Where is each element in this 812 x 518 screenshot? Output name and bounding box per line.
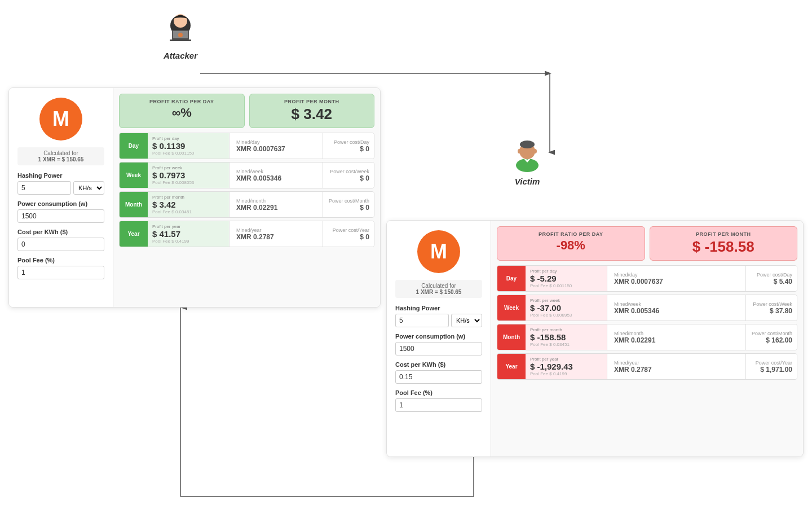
profit-label-Month: Profit per month	[530, 327, 602, 332]
attacker-unit-select[interactable]: KH/s	[73, 181, 104, 195]
profit-value-Year: $ 41.57	[152, 229, 224, 239]
monero-logo-victim: M	[416, 229, 461, 274]
pool-fee-Day: Pool Fee $ 0.001150	[530, 283, 602, 288]
victim-result-rows: Day Profit per day $ -5.29 Pool Fee $ 0.…	[497, 265, 797, 380]
profit-value-Day: $ -5.29	[530, 274, 602, 283]
victim-cost-kwh-input[interactable]	[395, 370, 482, 384]
attacker-cost-kwh-label: Cost per KWh ($)	[17, 229, 104, 235]
result-row-week: Week Profit per week $ 0.7973 Pool Fee $…	[119, 162, 374, 188]
row-power-day: Power cost/Day $ 0	[323, 133, 374, 159]
profit-label-Week: Profit per week	[152, 165, 224, 170]
row-profit-month: Profit per month $ 3.42 Pool Fee $ 0.034…	[148, 192, 230, 217]
row-tag-day: Day	[497, 266, 526, 291]
attacker-calc-for: Calculated for 1 XMR = $ 150.65	[17, 147, 104, 165]
row-power-year: Power cost/Year $ 1,971.00	[746, 354, 797, 379]
profit-value-Week: $ -37.00	[530, 303, 602, 313]
pool-fee-Year: Pool Fee $ 0.4199	[530, 371, 602, 376]
victim-power-consumption-input[interactable]	[395, 342, 482, 355]
result-row-year: Year Profit per year $ -1,929.43 Pool Fe…	[497, 353, 797, 380]
profit-label-Month: Profit per month	[152, 195, 224, 200]
profit-value-Month: $ -158.58	[530, 332, 602, 342]
victim-calc-for: Calculated for 1 XMR = $ 150.65	[395, 280, 482, 298]
profit-value-Year: $ -1,929.43	[530, 362, 602, 371]
attacker-person: Attacker	[161, 8, 200, 60]
result-row-day: Day Profit per day $ -5.29 Pool Fee $ 0.…	[497, 265, 797, 292]
attacker-profit-month-box: PROFIT PER MONTH $ 3.42	[249, 94, 375, 128]
attacker-calc-left: M Calculated for 1 XMR = $ 150.65 Hashin…	[9, 88, 113, 307]
attacker-hashing-power-label: Hashing Power	[17, 172, 104, 179]
svg-text:M: M	[52, 107, 69, 130]
result-row-year: Year Profit per year $ 41.57 Pool Fee $ …	[119, 221, 374, 247]
svg-point-14	[520, 141, 535, 148]
attacker-calc-card: M Calculated for 1 XMR = $ 150.65 Hashin…	[8, 87, 381, 308]
row-mined-day: Mined/day XMR 0.0007637	[230, 133, 323, 159]
attacker-pool-fee-input[interactable]	[17, 266, 104, 279]
row-profit-month: Profit per month $ -158.58 Pool Fee $ 0.…	[526, 324, 607, 350]
profit-value-Week: $ 0.7973	[152, 170, 224, 180]
attacker-calc-right: PROFIT RATIO PER DAY ∞% PROFIT PER MONTH…	[113, 88, 380, 307]
victim-calc-card: M Calculated for 1 XMR = $ 150.65 Hashin…	[386, 220, 804, 457]
row-power-month: Power cost/Month $ 162.00	[746, 324, 797, 350]
row-tag-year: Year	[497, 354, 526, 379]
row-profit-week: Profit per week $ 0.7973 Pool Fee $ 0.00…	[148, 163, 230, 188]
row-power-day: Power cost/Day $ 5.40	[746, 266, 797, 291]
row-mined-year: Mined/year XMR 0.2787	[607, 354, 746, 379]
result-row-day: Day Profit per day $ 0.1139 Pool Fee $ 0…	[119, 133, 374, 159]
row-mined-week: Mined/week XMR 0.005346	[607, 295, 746, 321]
victim-hashing-power-input[interactable]	[395, 314, 449, 327]
profit-label-Day: Profit per day	[152, 136, 224, 141]
attacker-profit-ratio-box: PROFIT RATIO PER DAY ∞%	[119, 94, 245, 128]
result-row-week: Week Profit per week $ -37.00 Pool Fee $…	[497, 295, 797, 321]
victim-unit-select[interactable]: KH/s	[451, 314, 482, 327]
monero-logo-attacker: M	[38, 96, 83, 142]
victim-icon	[508, 134, 547, 174]
pool-fee-Week: Pool Fee $ 0.008953	[530, 313, 602, 318]
svg-point-15	[518, 149, 521, 153]
victim-power-consumption-label: Power consumption (w)	[395, 333, 482, 340]
svg-rect-9	[170, 39, 191, 41]
profit-label-Week: Profit per week	[530, 298, 602, 303]
pool-fee-Year: Pool Fee $ 0.4199	[152, 239, 224, 244]
row-mined-day: Mined/day XMR 0.0007637	[607, 266, 746, 291]
row-power-week: Power cost/Week $ 0	[323, 163, 374, 188]
attacker-result-rows: Day Profit per day $ 0.1139 Pool Fee $ 0…	[119, 133, 374, 247]
row-profit-year: Profit per year $ -1,929.43 Pool Fee $ 0…	[526, 354, 607, 379]
result-row-month: Month Profit per month $ 3.42 Pool Fee $…	[119, 191, 374, 218]
victim-calc-left: M Calculated for 1 XMR = $ 150.65 Hashin…	[387, 221, 491, 456]
attacker-cost-kwh-input[interactable]	[17, 238, 104, 251]
row-mined-month: Mined/month XMR 0.02291	[230, 192, 323, 217]
row-profit-day: Profit per day $ 0.1139 Pool Fee $ 0.001…	[148, 133, 230, 159]
pool-fee-Month: Pool Fee $ 0.03451	[152, 209, 224, 214]
victim-profit-month-box: PROFIT PER MONTH $ -158.58	[650, 226, 798, 261]
row-tag-day: Day	[120, 133, 148, 159]
row-profit-year: Profit per year $ 41.57 Pool Fee $ 0.419…	[148, 221, 230, 247]
row-power-month: Power cost/Month $ 0	[323, 192, 374, 217]
attacker-power-consumption-input[interactable]	[17, 209, 104, 223]
row-tag-week: Week	[497, 295, 526, 321]
attacker-hashing-power-input[interactable]	[17, 181, 71, 195]
row-tag-year: Year	[120, 221, 148, 247]
victim-profit-header: PROFIT RATIO PER DAY -98% PROFIT PER MON…	[497, 226, 797, 261]
svg-text:M: M	[430, 240, 447, 263]
row-power-week: Power cost/Week $ 37.80	[746, 295, 797, 321]
pool-fee-Week: Pool Fee $ 0.008053	[152, 180, 224, 185]
svg-point-10	[178, 33, 183, 37]
result-row-month: Month Profit per month $ -158.58 Pool Fe…	[497, 324, 797, 350]
row-profit-day: Profit per day $ -5.29 Pool Fee $ 0.0011…	[526, 266, 607, 291]
row-profit-week: Profit per week $ -37.00 Pool Fee $ 0.00…	[526, 295, 607, 321]
victim-hashing-power-label: Hashing Power	[395, 305, 482, 311]
attacker-power-consumption-label: Power consumption (w)	[17, 200, 104, 207]
row-tag-month: Month	[120, 192, 148, 217]
row-tag-month: Month	[497, 324, 526, 350]
victim-profit-ratio-box: PROFIT RATIO PER DAY -98%	[497, 226, 645, 261]
pool-fee-Day: Pool Fee $ 0.001150	[152, 151, 224, 156]
row-mined-month: Mined/month XMR 0.02291	[607, 324, 746, 350]
profit-value-Day: $ 0.1139	[152, 141, 224, 151]
victim-pool-fee-input[interactable]	[395, 398, 482, 412]
profit-label-Year: Profit per year	[530, 357, 602, 362]
victim-person: Victim	[508, 134, 547, 186]
row-mined-year: Mined/year XMR 0.2787	[230, 221, 323, 247]
attacker-profit-header: PROFIT RATIO PER DAY ∞% PROFIT PER MONTH…	[119, 94, 374, 128]
victim-pool-fee-label: Pool Fee (%)	[395, 389, 482, 396]
attacker-icon	[161, 8, 200, 48]
